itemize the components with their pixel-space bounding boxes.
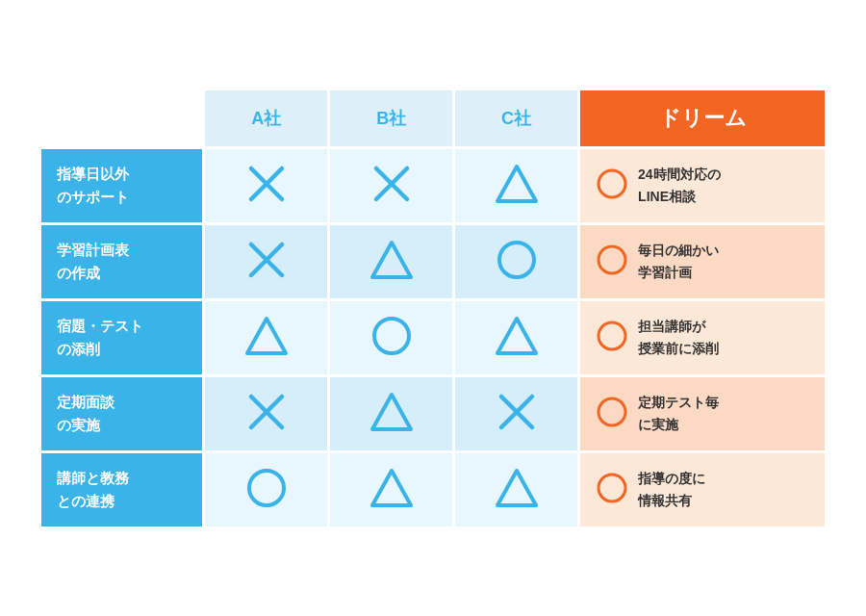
svg-point-12 bbox=[374, 319, 409, 353]
dream-circle-icon bbox=[596, 320, 628, 356]
cell-c bbox=[455, 301, 577, 374]
feature-cell: 定期面談 の実施 bbox=[41, 377, 202, 450]
col-c-header: C社 bbox=[455, 90, 577, 146]
dream-label: 毎日の細かい 学習計画 bbox=[638, 240, 719, 283]
table-row: 講師と教務 との連携 指導の度に 情報共有 bbox=[41, 453, 825, 526]
cell-b bbox=[330, 225, 452, 298]
cell-a bbox=[205, 377, 327, 450]
dream-label: 24時間対応の LINE相談 bbox=[638, 164, 721, 207]
cell-b bbox=[330, 149, 452, 222]
dream-cell: 定期テスト毎 に実施 bbox=[580, 377, 825, 450]
svg-marker-17 bbox=[372, 395, 411, 429]
dream-circle-icon bbox=[596, 396, 628, 432]
dream-label: 担当講師が 授業前に添削 bbox=[638, 316, 719, 359]
feature-cell: 宿題・テスト の添削 bbox=[41, 301, 202, 374]
dream-circle-icon bbox=[596, 472, 628, 508]
svg-marker-4 bbox=[497, 167, 536, 201]
cell-c bbox=[455, 377, 577, 450]
cell-b bbox=[330, 301, 452, 374]
svg-marker-8 bbox=[372, 243, 411, 277]
dream-cell: 担当講師が 授業前に添削 bbox=[580, 301, 825, 374]
table-row: 定期面談 の実施 定期テスト毎 に実施 bbox=[41, 377, 825, 450]
svg-point-20 bbox=[599, 398, 625, 425]
col-b-header: B社 bbox=[330, 90, 452, 146]
svg-point-14 bbox=[599, 322, 625, 349]
table-row: 指導日以外 のサポート 24時間対応の LINE相談 bbox=[41, 149, 825, 222]
dream-circle-icon bbox=[596, 167, 628, 204]
svg-marker-23 bbox=[497, 471, 536, 505]
dream-label: 指導の度に 情報共有 bbox=[638, 468, 705, 511]
dream-cell: 指導の度に 情報共有 bbox=[580, 453, 825, 526]
cell-c bbox=[455, 225, 577, 298]
cell-b bbox=[330, 453, 452, 526]
cell-c bbox=[455, 453, 577, 526]
svg-point-21 bbox=[249, 471, 284, 505]
cell-c bbox=[455, 149, 577, 222]
table-row: 宿題・テスト の添削 担当講師が 授業前に添削 bbox=[41, 301, 825, 374]
col-a-header: A社 bbox=[205, 90, 327, 146]
svg-point-9 bbox=[499, 243, 534, 277]
svg-marker-13 bbox=[497, 319, 536, 353]
feature-cell: 学習計画表 の作成 bbox=[41, 225, 202, 298]
comparison-table: A社 B社 C社 ドリーム 指導日以外 のサポート 24時間対応の LINE相談… bbox=[38, 88, 828, 529]
feature-cell: 指導日以外 のサポート bbox=[41, 149, 202, 222]
feature-cell: 講師と教務 との連携 bbox=[41, 453, 202, 526]
dream-cell: 毎日の細かい 学習計画 bbox=[580, 225, 825, 298]
dream-cell: 24時間対応の LINE相談 bbox=[580, 149, 825, 222]
col-feature-header bbox=[41, 90, 202, 146]
svg-point-5 bbox=[599, 170, 625, 197]
table-row: 学習計画表 の作成 毎日の細かい 学習計画 bbox=[41, 225, 825, 298]
svg-point-10 bbox=[599, 246, 625, 273]
cell-a bbox=[205, 225, 327, 298]
svg-marker-11 bbox=[247, 319, 286, 353]
cell-a bbox=[205, 149, 327, 222]
svg-point-24 bbox=[599, 475, 625, 501]
col-dream-header: ドリーム bbox=[580, 90, 825, 146]
cell-a bbox=[205, 453, 327, 526]
dream-circle-icon bbox=[596, 244, 628, 280]
cell-a bbox=[205, 301, 327, 374]
header-row: A社 B社 C社 ドリーム bbox=[41, 90, 825, 146]
cell-b bbox=[330, 377, 452, 450]
svg-marker-22 bbox=[372, 471, 411, 505]
dream-label: 定期テスト毎 に実施 bbox=[638, 392, 719, 435]
